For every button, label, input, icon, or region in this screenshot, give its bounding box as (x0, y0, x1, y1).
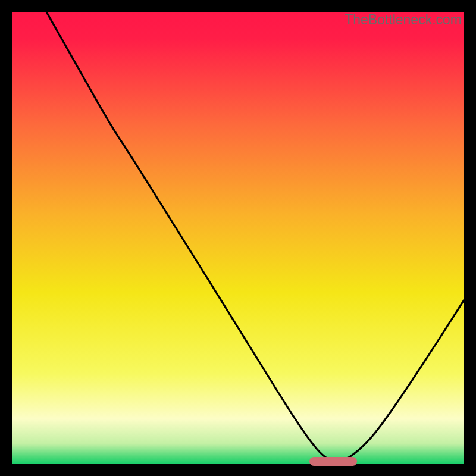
chart-frame: TheBottleneck.com (12, 12, 464, 464)
optimal-marker-pill (309, 457, 357, 466)
watermark-label: TheBottleneck.com (345, 12, 462, 28)
gradient-background (12, 12, 464, 464)
chart-plot-area (12, 12, 464, 464)
